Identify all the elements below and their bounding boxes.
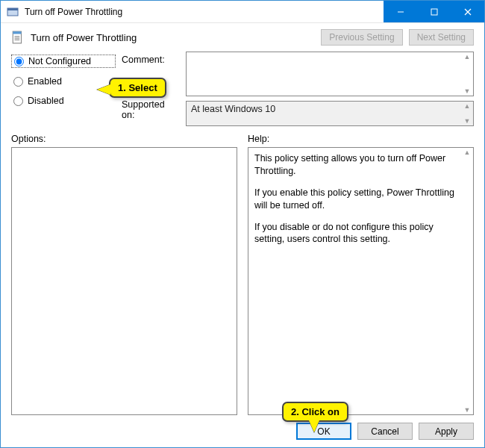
- scrollbar[interactable]: ▲▼: [461, 148, 473, 414]
- radio-label: Disabled: [28, 96, 64, 106]
- document-icon: [11, 31, 25, 44]
- panels-row: This policy setting allows you to turn o…: [11, 147, 474, 415]
- dialog-content: Turn off Power Throttling Previous Setti…: [1, 23, 484, 447]
- window-controls: [384, 1, 484, 22]
- scroll-up-icon[interactable]: ▲: [461, 148, 473, 157]
- scroll-down-icon[interactable]: ▼: [461, 116, 473, 125]
- supported-label: Supported on:: [122, 99, 180, 120]
- help-panel: This policy setting allows you to turn o…: [248, 147, 474, 415]
- policy-title: Turn off Power Throttling: [31, 32, 315, 43]
- help-paragraph: This policy setting allows you to turn o…: [254, 152, 461, 178]
- svg-rect-1: [7, 8, 18, 10]
- maximize-button[interactable]: [417, 1, 451, 22]
- supported-textbox: At least Windows 10 ▲▼: [186, 101, 474, 126]
- policy-icon: [7, 6, 19, 18]
- close-button[interactable]: [451, 1, 484, 22]
- config-row: Not Configured Enabled Disabled Comment:…: [11, 52, 474, 126]
- radio-not-configured-input[interactable]: [14, 57, 24, 66]
- header-row: Turn off Power Throttling Previous Setti…: [11, 29, 474, 46]
- gpedit-policy-window: Turn off Power Throttling Turn off Power…: [0, 0, 485, 448]
- minimize-button[interactable]: [384, 1, 417, 22]
- window-title: Turn off Power Throttling: [25, 7, 384, 17]
- help-paragraph: If you disable or do not configure this …: [254, 221, 461, 246]
- previous-setting-button[interactable]: Previous Setting: [321, 29, 402, 46]
- help-paragraph: If you enable this policy setting, Power…: [254, 187, 461, 212]
- ok-button[interactable]: OK: [296, 423, 351, 440]
- radio-disabled-input[interactable]: [13, 96, 23, 106]
- options-label: Options:: [11, 134, 237, 144]
- radio-label: Enabled: [28, 76, 62, 87]
- annotation-select: 1. Select: [109, 78, 166, 98]
- cancel-button[interactable]: Cancel: [357, 423, 413, 440]
- radio-enabled-input[interactable]: [13, 77, 23, 87]
- scrollbar[interactable]: ▲▼: [461, 102, 473, 125]
- scroll-up-icon[interactable]: ▲: [461, 52, 473, 61]
- supported-value: At least Windows 10: [191, 104, 275, 114]
- scroll-up-icon[interactable]: ▲: [461, 102, 473, 111]
- field-values: ▲▼ At least Windows 10 ▲▼: [186, 52, 474, 126]
- radio-disabled[interactable]: Disabled: [11, 95, 116, 107]
- svg-rect-7: [13, 31, 21, 34]
- apply-button[interactable]: Apply: [419, 423, 474, 440]
- annotation-click: 2. Click on: [282, 402, 348, 422]
- scrollbar[interactable]: ▲▼: [461, 52, 473, 96]
- titlebar: Turn off Power Throttling: [1, 1, 484, 23]
- radio-not-configured[interactable]: Not Configured: [11, 55, 116, 68]
- scroll-down-icon[interactable]: ▼: [461, 87, 473, 96]
- comment-textbox[interactable]: ▲▼: [186, 52, 474, 96]
- svg-rect-3: [431, 9, 437, 15]
- options-panel: [11, 147, 237, 415]
- scroll-down-icon[interactable]: ▼: [461, 405, 473, 414]
- dialog-footer: OK Cancel Apply: [11, 423, 474, 440]
- next-setting-button[interactable]: Next Setting: [409, 29, 474, 46]
- radio-label: Not Configured: [28, 56, 91, 66]
- section-labels: Options: Help:: [11, 134, 474, 144]
- help-label: Help:: [248, 134, 474, 144]
